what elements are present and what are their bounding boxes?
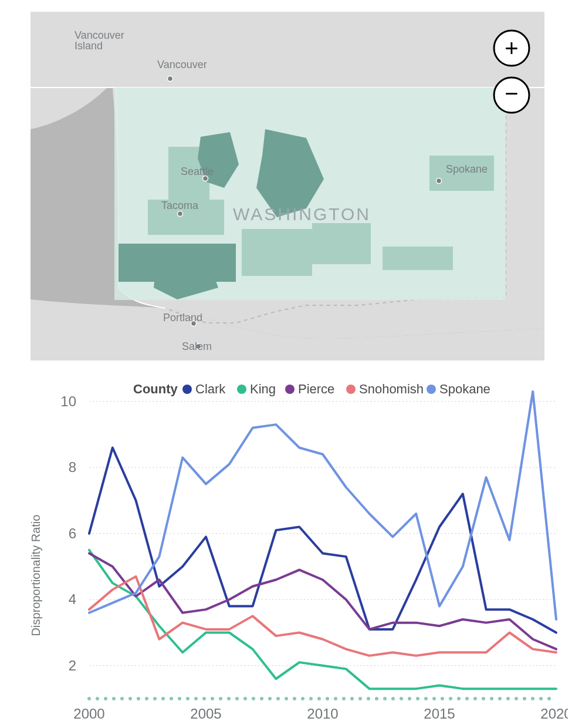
city-dot-spokane[interactable] [436, 178, 442, 184]
county-mid-2[interactable] [312, 223, 371, 264]
city-label-portland: Portland [163, 312, 202, 323]
zoom-in-button[interactable]: + [494, 31, 529, 66]
plus-icon: + [505, 35, 518, 61]
county-mid-3[interactable] [383, 247, 453, 270]
y-tick-4: 4 [69, 591, 76, 607]
y-tick-10: 10 [60, 393, 76, 409]
city-label-salem: Salem [182, 341, 212, 352]
legend-label-king[interactable]: King [250, 382, 276, 396]
legend-label-clark[interactable]: Clark [195, 382, 226, 396]
x-tick-2020: 2020 [540, 706, 568, 722]
x-tick-2015: 2015 [424, 706, 455, 722]
city-label-tacoma: Tacoma [161, 200, 199, 211]
city-dot-tacoma[interactable] [178, 211, 183, 217]
y-tick-2: 2 [69, 658, 76, 673]
series-pierce[interactable] [89, 554, 556, 649]
city-label-vancouver: Vancouver [157, 59, 207, 70]
city-label-vancouver-island: Island [75, 40, 103, 52]
legend-label-pierce[interactable]: Pierce [298, 382, 334, 396]
legend-label-snohomish[interactable]: Snohomish [359, 382, 424, 396]
y-tick-8: 8 [69, 459, 76, 475]
city-label-spokane: Spokane [446, 163, 488, 175]
x-tick-2010: 2010 [307, 706, 338, 722]
map-state-label: WASHINGTON [233, 204, 371, 224]
city-dot-vancouver[interactable] [168, 76, 173, 82]
y-axis-title: Disproportionality Ratio [31, 515, 42, 636]
city-label-vancouver-island: Vancouver [75, 29, 124, 41]
chart-legend: CountyClarkKingPierceSnohomishSpokane [133, 382, 490, 396]
x-tick-2005: 2005 [190, 706, 221, 722]
legend-dot-spokane[interactable] [427, 385, 436, 394]
city-label-seattle: Seattle [181, 166, 214, 177]
legend-dot-pierce[interactable] [285, 385, 295, 394]
minus-icon: − [505, 80, 518, 106]
legend-dot-king[interactable] [237, 385, 246, 394]
legend-dot-clark[interactable] [182, 385, 192, 394]
series-king[interactable] [89, 550, 556, 689]
county-mid-1[interactable] [242, 229, 312, 276]
washington-map[interactable]: WASHINGTON VancouverIslandVancouverSeatt… [31, 12, 544, 360]
series-snohomish[interactable] [89, 577, 556, 656]
disproportionality-chart: Disproportionality Ratio 246810 20002005… [31, 376, 568, 728]
legend-label-spokane[interactable]: Spokane [439, 382, 490, 396]
y-tick-6: 6 [69, 525, 76, 541]
zoom-out-button[interactable]: − [494, 77, 529, 113]
legend-title: County [133, 382, 178, 396]
legend-dot-snohomish[interactable] [346, 385, 356, 394]
series-clark[interactable] [89, 448, 556, 633]
x-tick-2000: 2000 [73, 706, 104, 722]
